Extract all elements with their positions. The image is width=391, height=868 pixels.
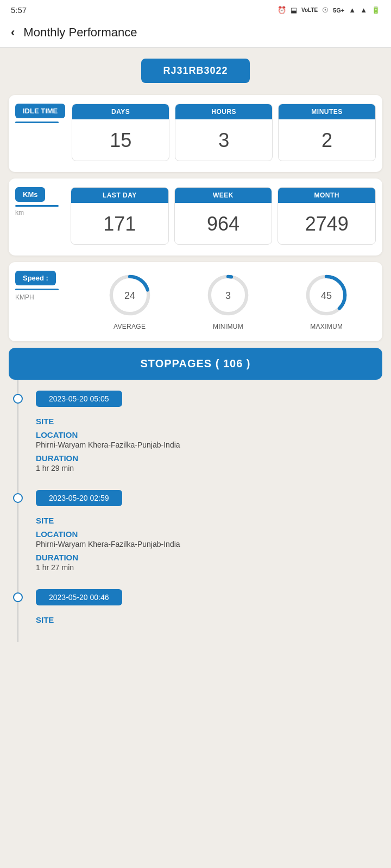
page-title: Monthly Performance [23,25,137,40]
stoppage-duration-value-0: 1 hr 29 min [36,464,382,473]
alarm-icon: ⏰ [278,6,286,14]
idle-time-row: IDLE TIME DAYS 15 HOURS 3 MINUTES 2 [15,104,376,161]
kms-week-col: WEEK 964 [174,187,273,245]
stoppages-timeline: 2023-05-20 05:05 SITE LOCATION Phirni-Wa… [9,380,382,642]
kms-badge: KMs [15,187,45,202]
idle-hours-col: HOURS 3 [175,104,273,161]
stoppage-site-label-0: SITE [36,417,382,426]
idle-minutes-value: 2 [279,119,375,161]
status-time: 5:57 [11,5,27,15]
bluetooth-icon: ⬓ [291,6,297,14]
idle-time-left: IDLE TIME [15,104,65,125]
idle-time-badge: IDLE TIME [15,104,65,118]
speed-minimum-gauge: 3 MINIMUM [204,271,253,330]
kms-lastday-value: 171 [71,203,168,244]
kms-week-header: WEEK [175,188,272,203]
kms-card: KMs km LAST DAY 171 WEEK 964 MONTH 2749 [9,178,382,256]
stoppage-site-label-1: SITE [36,516,382,525]
idle-days-col: DAYS 15 [72,104,169,161]
minimum-gauge-svg: 3 [204,271,253,320]
idle-days-header: DAYS [72,104,169,119]
vehicle-id-badge[interactable]: RJ31RB3022 [141,59,249,83]
stoppage-datetime-0: 2023-05-20 05:05 [36,391,122,407]
idle-hours-header: HOURS [175,104,272,119]
speed-badge: Speed : [15,271,56,285]
kms-month-header: MONTH [278,188,375,203]
stoppage-location-value-0: Phirni-Waryam Khera-Fazilka-Punjab-India [36,441,382,449]
stoppage-location-label-1: LOCATION [36,529,382,539]
stoppage-location-label-0: LOCATION [36,430,382,439]
idle-minutes-col: MINUTES 2 [278,104,376,161]
maximum-label: MAXIMUM [310,323,343,330]
average-label: AVERAGE [113,323,146,330]
kms-lastday-col: LAST DAY 171 [71,187,169,245]
speed-underline [15,289,59,290]
minimum-value-text: 3 [225,290,231,301]
kms-left: KMs km [15,187,64,216]
battery-icon: 🔋 [371,6,380,14]
maximum-gauge-svg: 45 [302,271,351,320]
kms-sub: km [15,209,64,216]
timeline-dot-1 [13,493,23,503]
stoppage-duration-label-1: DURATION [36,553,382,562]
kms-month-value: 2749 [278,203,375,244]
vehicle-badge-container: RJ31RB3022 [0,48,391,88]
average-gauge-svg: 24 [105,271,154,320]
kms-lastday-header: LAST DAY [71,188,168,203]
idle-time-card: IDLE TIME DAYS 15 HOURS 3 MINUTES 2 [9,95,382,172]
status-icons: ⏰ ⬓ VoLTE ☉ 5G+ ▲ ▲ 🔋 [278,6,380,14]
speed-sub: KMPH [15,293,75,301]
speed-gauges: 24 AVERAGE 3 MINIMUM 45 M [80,271,376,330]
stoppage-duration-label-0: DURATION [36,454,382,463]
idle-hours-value: 3 [175,119,272,161]
timeline-dot-0 [13,394,23,404]
status-bar: 5:57 ⏰ ⬓ VoLTE ☉ 5G+ ▲ ▲ 🔋 [0,0,391,18]
stoppage-duration-value-1: 1 hr 27 min [36,563,382,572]
stoppage-location-value-1: Phirni-Waryam Khera-Fazilka-Punjab-India [36,540,382,548]
minimum-label: MINIMUM [213,323,243,330]
back-button[interactable]: ‹ [11,25,15,40]
stoppage-datetime-2: 2023-05-20 00:46 [36,589,122,605]
volte-icon: VoLTE [301,7,318,13]
idle-time-underline [15,122,59,123]
kms-week-value: 964 [175,203,272,244]
idle-time-columns: DAYS 15 HOURS 3 MINUTES 2 [72,104,376,161]
signal2-icon: ▲ [360,6,367,14]
stoppages-header: STOPPAGES ( 106 ) [9,348,382,380]
maximum-value-text: 45 [321,290,332,301]
page-header: ‹ Monthly Performance [0,18,391,48]
stoppage-datetime-1: 2023-05-20 02:59 [36,490,122,506]
stoppage-item-0: 2023-05-20 05:05 SITE LOCATION Phirni-Wa… [9,380,382,479]
speed-average-gauge: 24 AVERAGE [105,271,154,330]
speed-maximum-gauge: 45 MAXIMUM [302,271,351,330]
kms-row: KMs km LAST DAY 171 WEEK 964 MONTH 2749 [15,187,376,245]
stoppage-site-label-2: SITE [36,615,382,624]
timeline-dot-2 [13,592,23,602]
speed-card: Speed : KMPH 24 AVERAGE 3 [9,262,382,341]
stoppage-item-1: 2023-05-20 02:59 SITE LOCATION Phirni-Wa… [9,479,382,578]
average-value-text: 24 [124,290,135,301]
idle-minutes-header: MINUTES [279,104,375,119]
network-icon: 5G+ [333,7,344,14]
signal1-icon: ▲ [349,6,356,14]
kms-month-col: MONTH 2749 [278,187,376,245]
idle-days-value: 15 [72,119,169,161]
kms-columns: LAST DAY 171 WEEK 964 MONTH 2749 [71,187,376,245]
kms-underline [15,205,59,207]
speed-left: Speed : KMPH [15,271,75,301]
stoppage-item-2: 2023-05-20 00:46 SITE [9,578,382,631]
wifi-icon: ☉ [322,6,329,14]
